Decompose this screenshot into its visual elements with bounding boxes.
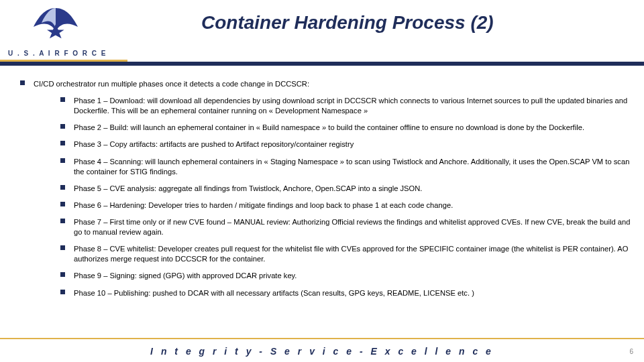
lead-text: CI/CD orchestrator run multiple phases o… bbox=[34, 79, 309, 89]
square-bullet-icon bbox=[17, 80, 27, 86]
square-bullet-icon bbox=[58, 185, 67, 191]
phase-list: Phase 1 – Download: will download all de… bbox=[58, 96, 631, 298]
square-bullet-icon bbox=[58, 202, 67, 208]
phase-text: Phase 6 – Hardening: Developer tries to … bbox=[74, 200, 453, 210]
list-item: Phase 10 – Publishing: pushed to DCAR wi… bbox=[58, 288, 631, 298]
header: U . S . A I R F O R C E Container Harden… bbox=[0, 0, 644, 59]
footer-rule bbox=[0, 338, 644, 339]
content-body: CI/CD orchestrator run multiple phases o… bbox=[17, 79, 631, 333]
square-bullet-icon bbox=[58, 272, 67, 278]
phase-text: Phase 7 – First time only or if new CVE … bbox=[74, 217, 631, 237]
square-bullet-icon bbox=[58, 245, 67, 251]
square-bullet-icon bbox=[58, 141, 67, 147]
slide: U . S . A I R F O R C E Container Harden… bbox=[0, 0, 644, 362]
list-item: Phase 4 – Scanning: will launch ephemera… bbox=[58, 157, 631, 177]
list-item: Phase 8 – CVE whitelist: Developer creat… bbox=[58, 244, 631, 264]
phase-text: Phase 3 – Copy artifacts: artifacts are … bbox=[74, 139, 354, 149]
list-item: Phase 3 – Copy artifacts: artifacts are … bbox=[58, 139, 631, 149]
square-bullet-icon bbox=[58, 290, 67, 296]
list-item: Phase 1 – Download: will download all de… bbox=[58, 96, 631, 116]
square-bullet-icon bbox=[58, 97, 67, 103]
accent-rule-navy bbox=[0, 62, 644, 66]
air-force-logo-icon bbox=[25, 4, 86, 51]
list-item: Phase 9 – Signing: signed (GPG) with app… bbox=[58, 271, 631, 281]
list-item: Phase 5 – CVE analysis: aggregate all fi… bbox=[58, 184, 631, 194]
list-item: Phase 2 – Build: will launch an ephemera… bbox=[58, 123, 631, 133]
phase-text: Phase 10 – Publishing: pushed to DCAR wi… bbox=[74, 288, 474, 298]
phase-text: Phase 5 – CVE analysis: aggregate all fi… bbox=[74, 184, 422, 194]
phase-text: Phase 4 – Scanning: will launch ephemera… bbox=[74, 157, 631, 177]
square-bullet-icon bbox=[58, 219, 67, 225]
page-title: Container Hardening Process (2) bbox=[201, 12, 631, 34]
phase-text: Phase 1 – Download: will download all de… bbox=[74, 96, 631, 116]
org-label: U . S . A I R F O R C E bbox=[8, 50, 107, 57]
svg-marker-0 bbox=[47, 24, 64, 38]
list-item: Phase 7 – First time only or if new CVE … bbox=[58, 217, 631, 237]
lead-bullet: CI/CD orchestrator run multiple phases o… bbox=[17, 79, 631, 89]
phase-text: Phase 8 – CVE whitelist: Developer creat… bbox=[74, 244, 631, 264]
page-number: 6 bbox=[629, 348, 633, 355]
phase-text: Phase 2 – Build: will launch an ephemera… bbox=[74, 123, 584, 133]
square-bullet-icon bbox=[58, 124, 67, 130]
phase-text: Phase 9 – Signing: signed (GPG) with app… bbox=[74, 271, 297, 281]
list-item: Phase 6 – Hardening: Developer tries to … bbox=[58, 200, 631, 210]
footer-motto: I n t e g r i t y - S e r v i c e - E x … bbox=[0, 346, 644, 357]
square-bullet-icon bbox=[58, 158, 67, 164]
